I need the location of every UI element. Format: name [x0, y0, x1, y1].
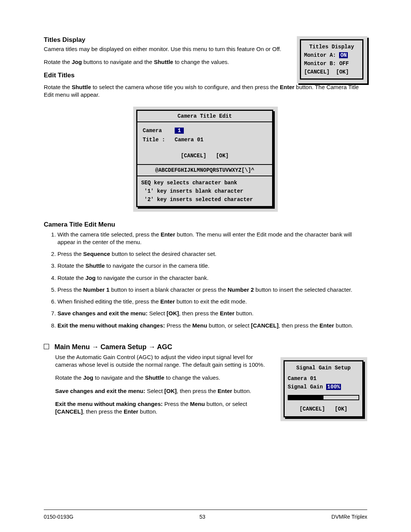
- cte-camera-row: Camera 1: [143, 126, 267, 135]
- step-3: Rotate the Shuttle to navigate the curso…: [57, 262, 367, 270]
- titles-display-desc: Camera titles may be displayed on either…: [44, 45, 289, 53]
- agc-desc: Use the Automatic Gain Control (AGC) to …: [55, 353, 273, 369]
- agc-save: Save changes and exit the menu: Select […: [55, 387, 273, 395]
- cte-title-row: Title : Camera 01: [143, 135, 267, 144]
- sg-value: 100%: [326, 384, 341, 390]
- sg-title: Signal Gain Setup: [288, 364, 359, 372]
- checkbox-icon: [44, 344, 49, 349]
- step-8: Exit the menu without making changes: Pr…: [57, 322, 367, 329]
- agc-nav: Rotate the Jog to navigate and the Shutt…: [55, 374, 273, 382]
- edit-titles-desc: Rotate the Shuttle to select the camera …: [44, 83, 367, 99]
- cte-camera-value: 1: [175, 128, 184, 134]
- heading-agc: Main Menu → Camera Setup → AGC: [54, 343, 172, 351]
- footer-right: DVMRe Triplex: [331, 514, 367, 520]
- cte-charbank: @ABCDEFGHIJKLMNOPQRSTUVWXYZ[\]^: [137, 165, 272, 176]
- sg-buttons: [CANCEL] [OK]: [288, 405, 359, 413]
- footer-left: 0150-0193G: [44, 514, 73, 520]
- sg-gain-row: Signal Gain 100%: [288, 383, 359, 391]
- footer: 0150-0193G 53 DVMRe Triplex: [44, 514, 367, 520]
- monitor-a-value: ON: [339, 52, 348, 58]
- step-5: Press the Number 1 button to insert a bl…: [57, 286, 367, 294]
- sg-slider: [288, 395, 359, 400]
- titles-display-nav: Rotate the Jog buttons to navigate and t…: [44, 58, 289, 66]
- camera-title-edit-osd: Camera Title Edit Camera 1 Title : Camer…: [133, 107, 278, 212]
- osd-monitor-b: Monitor B: OFF: [304, 59, 359, 68]
- osd-buttons: [CANCEL] [OK]: [304, 68, 359, 76]
- osd-title: Titles Display: [304, 43, 359, 51]
- step-1: With the camera title selected, press th…: [57, 231, 367, 246]
- signal-gain-osd: Signal Gain Setup Camera 01 Signal Gain …: [280, 357, 367, 421]
- cte-help-3: '2' key inserts selected character: [141, 195, 268, 204]
- cte-help-2: '1' key inserts blank character: [141, 187, 268, 195]
- step-6: When finished editing the title, press t…: [57, 298, 367, 305]
- footer-rule: [44, 510, 367, 510]
- heading-cte-menu: Camera Title Edit Menu: [44, 221, 367, 228]
- cte-help-1: SEQ key selects character bank: [141, 179, 268, 187]
- sg-camera: Camera 01: [288, 374, 359, 383]
- sg-slider-fill: [288, 396, 323, 399]
- step-7: Save changes and exit the menu: Select […: [57, 310, 367, 317]
- cte-steps: With the camera title selected, press th…: [44, 231, 367, 329]
- cte-title: Camera Title Edit: [137, 111, 272, 122]
- step-2: Press the Sequence button to select the …: [57, 250, 367, 258]
- footer-page: 53: [199, 514, 206, 520]
- agc-exit: Exit the menu without making changes: Pr…: [55, 400, 273, 416]
- step-4: Rotate the Jog to navigate the cursor in…: [57, 274, 367, 282]
- osd-monitor-a: Monitor A: ON: [304, 51, 359, 59]
- heading-titles-display: Titles Display: [44, 36, 289, 44]
- titles-display-osd: Titles Display Monitor A: ON Monitor B: …: [297, 36, 367, 83]
- cte-buttons: [CANCEL] [OK]: [143, 151, 267, 160]
- heading-edit-titles: Edit Titles: [44, 72, 289, 79]
